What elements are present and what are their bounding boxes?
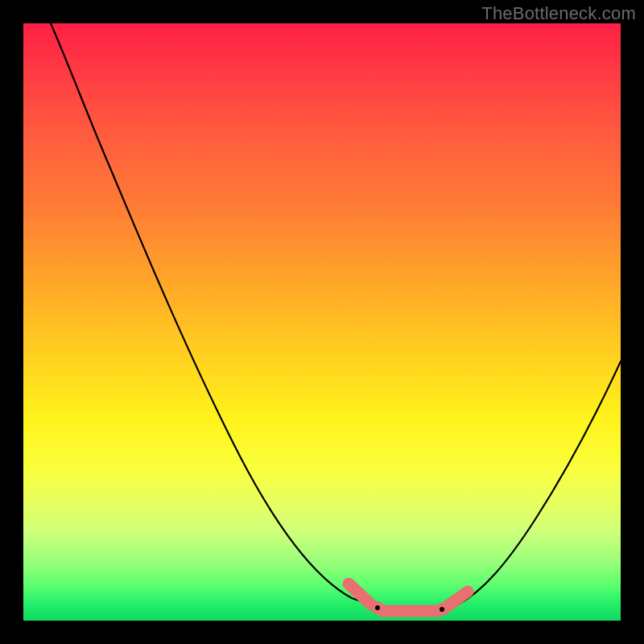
watermark-label: TheBottleneck.com bbox=[481, 3, 636, 24]
plot-area bbox=[23, 23, 621, 621]
chart-frame: TheBottleneck.com bbox=[0, 0, 644, 644]
optimal-segment-left-cap bbox=[349, 584, 371, 605]
optimal-marker-right-core bbox=[440, 607, 444, 612]
optimal-marker-left-core bbox=[375, 605, 380, 610]
bottleneck-curve bbox=[51, 23, 621, 611]
curve-svg bbox=[23, 23, 621, 621]
optimal-segment-right-cap bbox=[445, 592, 468, 608]
